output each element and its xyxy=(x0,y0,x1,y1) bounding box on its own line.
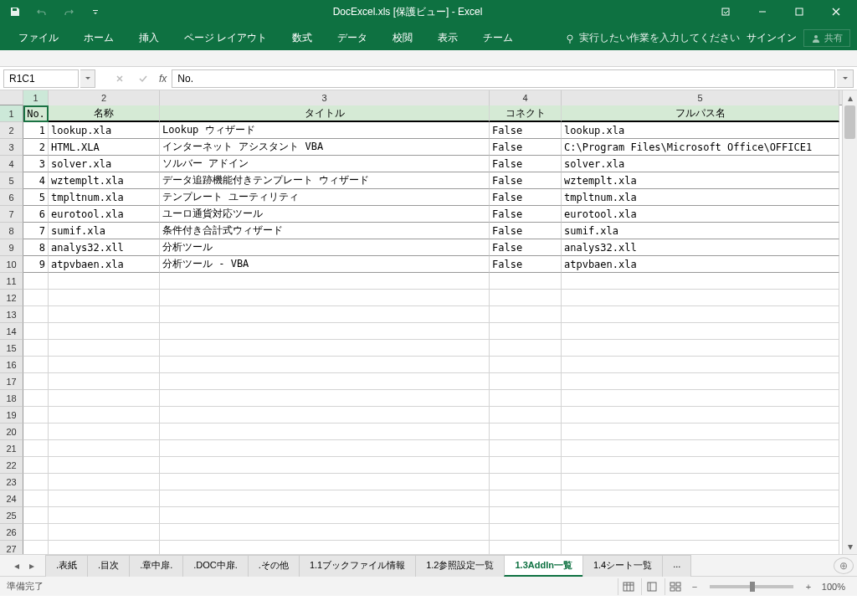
sheet-tab[interactable]: 1.3AddIn一覧 xyxy=(504,555,582,577)
row-header[interactable]: 7 xyxy=(0,206,23,223)
cell[interactable]: 7 xyxy=(23,223,49,239)
cell[interactable]: インターネット アシスタント VBA xyxy=(160,139,490,156)
column-header[interactable]: 2 xyxy=(49,90,160,105)
cell[interactable] xyxy=(562,474,839,490)
row-header[interactable]: 6 xyxy=(0,189,23,206)
cell[interactable] xyxy=(23,524,49,541)
cell[interactable]: tmpltnum.xla xyxy=(562,189,839,206)
cell[interactable] xyxy=(49,474,160,490)
share-button[interactable]: 共有 xyxy=(803,29,850,47)
row-header[interactable]: 19 xyxy=(0,407,23,424)
row-header[interactable]: 22 xyxy=(0,457,23,474)
spreadsheet-grid[interactable]: 12345 1No.名称タイトルコネクトフルパス名21lookup.xlaLoo… xyxy=(0,90,842,554)
cell[interactable]: 8 xyxy=(23,239,49,256)
cell[interactable] xyxy=(23,474,49,490)
cell[interactable] xyxy=(49,440,160,457)
cell[interactable]: False xyxy=(490,156,562,172)
cell[interactable] xyxy=(160,457,490,474)
cell[interactable]: tmpltnum.xla xyxy=(49,189,160,206)
row-header[interactable]: 21 xyxy=(0,440,23,457)
cell[interactable] xyxy=(49,390,160,407)
cell[interactable]: 1 xyxy=(23,122,49,139)
cell[interactable] xyxy=(562,390,839,407)
cell[interactable]: 条件付き合計式ウィザード xyxy=(160,223,490,239)
cell[interactable] xyxy=(160,407,490,424)
cell[interactable] xyxy=(23,490,49,507)
cell[interactable] xyxy=(23,273,49,290)
save-button[interactable] xyxy=(3,2,27,22)
column-header[interactable]: 5 xyxy=(562,90,839,105)
cell[interactable] xyxy=(49,306,160,323)
cell[interactable] xyxy=(160,290,490,306)
ribbon-options-button[interactable] xyxy=(708,0,743,23)
cell[interactable] xyxy=(490,507,562,524)
cell[interactable] xyxy=(23,541,49,554)
row-header[interactable]: 5 xyxy=(0,172,23,189)
cell[interactable] xyxy=(160,507,490,524)
cell[interactable] xyxy=(23,340,49,357)
scroll-down-icon[interactable]: ▾ xyxy=(843,539,857,554)
row-header[interactable]: 9 xyxy=(0,239,23,256)
cell[interactable] xyxy=(490,306,562,323)
cell[interactable]: False xyxy=(490,122,562,139)
cell[interactable]: atpvbaen.xla xyxy=(562,256,839,273)
row-header[interactable]: 4 xyxy=(0,156,23,172)
column-header[interactable]: 1 xyxy=(23,90,49,105)
cell[interactable] xyxy=(562,306,839,323)
cell[interactable] xyxy=(23,290,49,306)
cell[interactable] xyxy=(49,457,160,474)
tab-nav-next[interactable]: ▸ xyxy=(25,559,38,572)
cell[interactable]: wztemplt.xla xyxy=(562,172,839,189)
cell[interactable] xyxy=(23,373,49,390)
cell[interactable] xyxy=(562,457,839,474)
tab-formulas[interactable]: 数式 xyxy=(280,26,324,50)
row-header[interactable]: 16 xyxy=(0,357,23,373)
signin-link[interactable]: サインイン xyxy=(747,31,797,45)
cell[interactable] xyxy=(49,507,160,524)
cell[interactable] xyxy=(49,524,160,541)
cell[interactable] xyxy=(23,390,49,407)
cell[interactable]: atpvbaen.xla xyxy=(49,256,160,273)
cell[interactable] xyxy=(562,340,839,357)
cell[interactable]: Lookup ウィザード xyxy=(160,122,490,139)
tab-home[interactable]: ホーム xyxy=(72,26,126,50)
cell[interactable] xyxy=(160,323,490,340)
zoom-out-button[interactable]: − xyxy=(688,580,701,593)
tab-data[interactable]: データ xyxy=(326,26,379,50)
row-header[interactable]: 2 xyxy=(0,122,23,139)
fx-button[interactable]: fx xyxy=(156,73,170,85)
cancel-formula-button[interactable] xyxy=(109,69,131,88)
cell[interactable]: 4 xyxy=(23,172,49,189)
formula-expand-button[interactable] xyxy=(837,69,854,88)
cell[interactable]: solver.xla xyxy=(562,156,839,172)
cell[interactable]: analys32.xll xyxy=(562,239,839,256)
cell[interactable] xyxy=(490,440,562,457)
cell[interactable] xyxy=(490,490,562,507)
cell[interactable]: 9 xyxy=(23,256,49,273)
cell[interactable] xyxy=(490,424,562,440)
cell[interactable]: eurotool.xla xyxy=(562,206,839,223)
cell[interactable]: 5 xyxy=(23,189,49,206)
cell[interactable]: False xyxy=(490,139,562,156)
cell[interactable] xyxy=(490,407,562,424)
cell[interactable] xyxy=(49,373,160,390)
cell[interactable] xyxy=(160,273,490,290)
cell[interactable] xyxy=(490,357,562,373)
row-header[interactable]: 27 xyxy=(0,541,23,554)
tab-pagelayout[interactable]: ページ レイアウト xyxy=(172,26,279,50)
cell[interactable] xyxy=(562,323,839,340)
cell[interactable] xyxy=(49,323,160,340)
row-header[interactable]: 1 xyxy=(0,105,23,122)
cell[interactable] xyxy=(562,440,839,457)
cell[interactable] xyxy=(23,323,49,340)
cell[interactable]: ソルバー アドイン xyxy=(160,156,490,172)
cell[interactable]: HTML.XLA xyxy=(49,139,160,156)
name-box-dropdown[interactable] xyxy=(80,69,95,88)
cell[interactable] xyxy=(160,357,490,373)
zoom-slider[interactable] xyxy=(710,585,793,588)
column-header[interactable]: 4 xyxy=(490,90,562,105)
cell[interactable]: wztemplt.xla xyxy=(49,172,160,189)
view-normal-button[interactable] xyxy=(618,578,639,595)
zoom-in-button[interactable]: + xyxy=(802,580,815,593)
row-header[interactable]: 20 xyxy=(0,424,23,440)
